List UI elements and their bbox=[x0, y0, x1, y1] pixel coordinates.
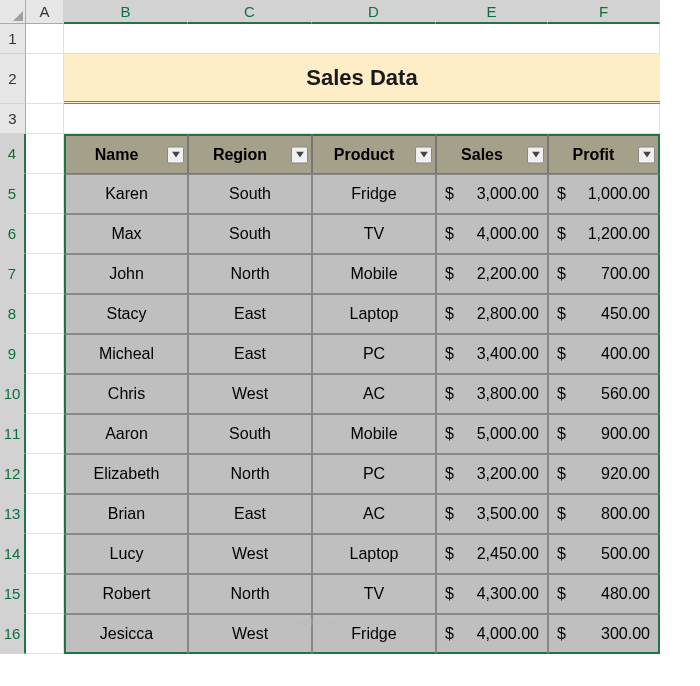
cell-a14[interactable] bbox=[26, 534, 64, 574]
cell-name-16[interactable]: Jesicca bbox=[64, 614, 188, 654]
cell-region-11[interactable]: South bbox=[188, 414, 312, 454]
cell-a3[interactable] bbox=[26, 104, 64, 134]
table-header-region[interactable]: Region bbox=[188, 134, 312, 174]
table-header-profit[interactable]: Profit bbox=[548, 134, 660, 174]
table-header-product[interactable]: Product bbox=[312, 134, 436, 174]
cell-region-14[interactable]: West bbox=[188, 534, 312, 574]
cell-region-6[interactable]: South bbox=[188, 214, 312, 254]
cell-region-15[interactable]: North bbox=[188, 574, 312, 614]
cell-name-15[interactable]: Robert bbox=[64, 574, 188, 614]
cell-sales-12[interactable]: $3,200.00 bbox=[436, 454, 548, 494]
cell-a15[interactable] bbox=[26, 574, 64, 614]
row-header-7[interactable]: 7 bbox=[0, 254, 26, 294]
cell-product-9[interactable]: PC bbox=[312, 334, 436, 374]
cell-profit-16[interactable]: $300.00 bbox=[548, 614, 660, 654]
row-header-3[interactable]: 3 bbox=[0, 104, 26, 134]
cell-region-12[interactable]: North bbox=[188, 454, 312, 494]
cell-sales-5[interactable]: $3,000.00 bbox=[436, 174, 548, 214]
cell-sales-16[interactable]: $4,000.00 bbox=[436, 614, 548, 654]
cell-region-10[interactable]: West bbox=[188, 374, 312, 414]
cell-name-8[interactable]: Stacy bbox=[64, 294, 188, 334]
cell-sales-15[interactable]: $4,300.00 bbox=[436, 574, 548, 614]
cell-region-9[interactable]: East bbox=[188, 334, 312, 374]
cell-range-b1-f1[interactable] bbox=[64, 24, 660, 54]
cell-product-12[interactable]: PC bbox=[312, 454, 436, 494]
cell-a5[interactable] bbox=[26, 174, 64, 214]
cell-profit-13[interactable]: $800.00 bbox=[548, 494, 660, 534]
cell-product-7[interactable]: Mobile bbox=[312, 254, 436, 294]
filter-button-profit[interactable] bbox=[638, 146, 655, 163]
cell-name-6[interactable]: Max bbox=[64, 214, 188, 254]
col-header-a[interactable]: A bbox=[26, 0, 64, 24]
row-header-11[interactable]: 11 bbox=[0, 414, 26, 454]
col-header-b[interactable]: B bbox=[64, 0, 188, 24]
cell-profit-14[interactable]: $500.00 bbox=[548, 534, 660, 574]
row-header-6[interactable]: 6 bbox=[0, 214, 26, 254]
col-header-e[interactable]: E bbox=[436, 0, 548, 24]
cell-sales-10[interactable]: $3,800.00 bbox=[436, 374, 548, 414]
cell-name-11[interactable]: Aaron bbox=[64, 414, 188, 454]
cell-a12[interactable] bbox=[26, 454, 64, 494]
row-header-8[interactable]: 8 bbox=[0, 294, 26, 334]
cell-profit-6[interactable]: $1,200.00 bbox=[548, 214, 660, 254]
cell-name-5[interactable]: Karen bbox=[64, 174, 188, 214]
row-header-10[interactable]: 10 bbox=[0, 374, 26, 414]
cell-product-16[interactable]: Fridge bbox=[312, 614, 436, 654]
filter-button-name[interactable] bbox=[167, 146, 184, 163]
filter-button-region[interactable] bbox=[291, 146, 308, 163]
row-header-2[interactable]: 2 bbox=[0, 54, 26, 104]
table-header-name[interactable]: Name bbox=[64, 134, 188, 174]
cell-sales-8[interactable]: $2,800.00 bbox=[436, 294, 548, 334]
row-header-12[interactable]: 12 bbox=[0, 454, 26, 494]
row-header-9[interactable]: 9 bbox=[0, 334, 26, 374]
cell-profit-5[interactable]: $1,000.00 bbox=[548, 174, 660, 214]
cell-sales-6[interactable]: $4,000.00 bbox=[436, 214, 548, 254]
col-header-c[interactable]: C bbox=[188, 0, 312, 24]
cell-profit-7[interactable]: $700.00 bbox=[548, 254, 660, 294]
cell-profit-10[interactable]: $560.00 bbox=[548, 374, 660, 414]
cell-a7[interactable] bbox=[26, 254, 64, 294]
cell-range-b3-f3[interactable] bbox=[64, 104, 660, 134]
cell-product-13[interactable]: AC bbox=[312, 494, 436, 534]
cell-sales-7[interactable]: $2,200.00 bbox=[436, 254, 548, 294]
row-header-13[interactable]: 13 bbox=[0, 494, 26, 534]
cell-a9[interactable] bbox=[26, 334, 64, 374]
cell-region-13[interactable]: East bbox=[188, 494, 312, 534]
cell-product-15[interactable]: TV bbox=[312, 574, 436, 614]
cell-name-12[interactable]: Elizabeth bbox=[64, 454, 188, 494]
cell-region-16[interactable]: West bbox=[188, 614, 312, 654]
cell-sales-9[interactable]: $3,400.00 bbox=[436, 334, 548, 374]
cell-product-10[interactable]: AC bbox=[312, 374, 436, 414]
col-header-f[interactable]: F bbox=[548, 0, 660, 24]
cell-profit-15[interactable]: $480.00 bbox=[548, 574, 660, 614]
page-title[interactable]: Sales Data bbox=[64, 54, 660, 104]
cell-name-9[interactable]: Micheal bbox=[64, 334, 188, 374]
cell-profit-8[interactable]: $450.00 bbox=[548, 294, 660, 334]
row-header-1[interactable]: 1 bbox=[0, 24, 26, 54]
cell-region-8[interactable]: East bbox=[188, 294, 312, 334]
select-all-corner[interactable] bbox=[0, 0, 26, 24]
cell-product-8[interactable]: Laptop bbox=[312, 294, 436, 334]
cell-product-5[interactable]: Fridge bbox=[312, 174, 436, 214]
cell-region-7[interactable]: North bbox=[188, 254, 312, 294]
cell-a6[interactable] bbox=[26, 214, 64, 254]
cell-sales-14[interactable]: $2,450.00 bbox=[436, 534, 548, 574]
filter-button-sales[interactable] bbox=[527, 146, 544, 163]
cell-a16[interactable] bbox=[26, 614, 64, 654]
row-header-14[interactable]: 14 bbox=[0, 534, 26, 574]
cell-profit-12[interactable]: $920.00 bbox=[548, 454, 660, 494]
table-header-sales[interactable]: Sales bbox=[436, 134, 548, 174]
cell-region-5[interactable]: South bbox=[188, 174, 312, 214]
cell-product-11[interactable]: Mobile bbox=[312, 414, 436, 454]
col-header-d[interactable]: D bbox=[312, 0, 436, 24]
cell-name-14[interactable]: Lucy bbox=[64, 534, 188, 574]
cell-a4[interactable] bbox=[26, 134, 64, 174]
filter-button-product[interactable] bbox=[415, 146, 432, 163]
cell-profit-9[interactable]: $400.00 bbox=[548, 334, 660, 374]
cell-profit-11[interactable]: $900.00 bbox=[548, 414, 660, 454]
row-header-5[interactable]: 5 bbox=[0, 174, 26, 214]
cell-name-13[interactable]: Brian bbox=[64, 494, 188, 534]
cell-a13[interactable] bbox=[26, 494, 64, 534]
cell-a8[interactable] bbox=[26, 294, 64, 334]
cell-a10[interactable] bbox=[26, 374, 64, 414]
